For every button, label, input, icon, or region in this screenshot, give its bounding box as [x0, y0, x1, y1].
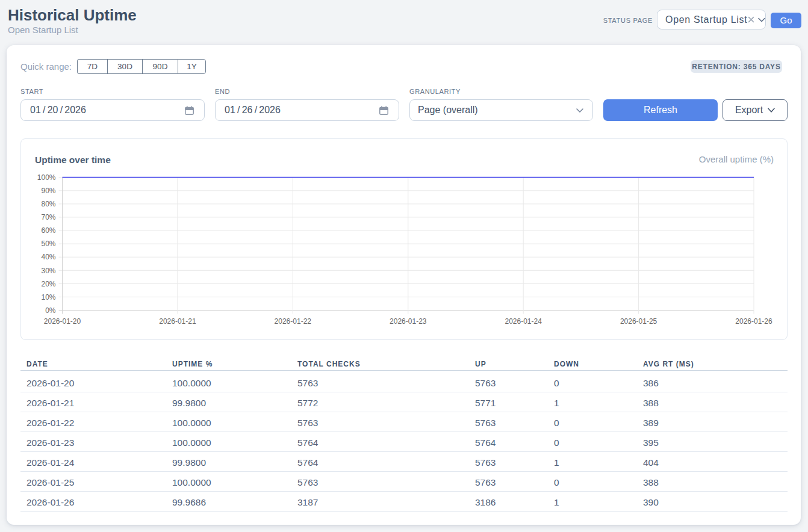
svg-text:80%: 80%: [41, 200, 55, 208]
svg-text:30%: 30%: [41, 267, 55, 275]
svg-text:70%: 70%: [41, 213, 55, 221]
svg-text:60%: 60%: [41, 226, 55, 235]
svg-text:0%: 0%: [45, 306, 56, 315]
svg-text:2026-01-23: 2026-01-23: [390, 317, 427, 326]
svg-text:2026-01-26: 2026-01-26: [735, 317, 772, 326]
svg-text:2026-01-25: 2026-01-25: [620, 317, 657, 326]
svg-text:2026-01-22: 2026-01-22: [275, 317, 312, 326]
svg-text:2026-01-20: 2026-01-20: [44, 317, 81, 326]
svg-text:50%: 50%: [41, 240, 55, 248]
svg-text:100%: 100%: [37, 173, 56, 182]
svg-text:2026-01-21: 2026-01-21: [159, 317, 196, 326]
svg-text:40%: 40%: [41, 253, 55, 261]
svg-text:90%: 90%: [41, 187, 55, 195]
svg-text:20%: 20%: [41, 280, 55, 288]
svg-text:10%: 10%: [41, 293, 55, 302]
svg-text:2026-01-24: 2026-01-24: [505, 317, 542, 326]
